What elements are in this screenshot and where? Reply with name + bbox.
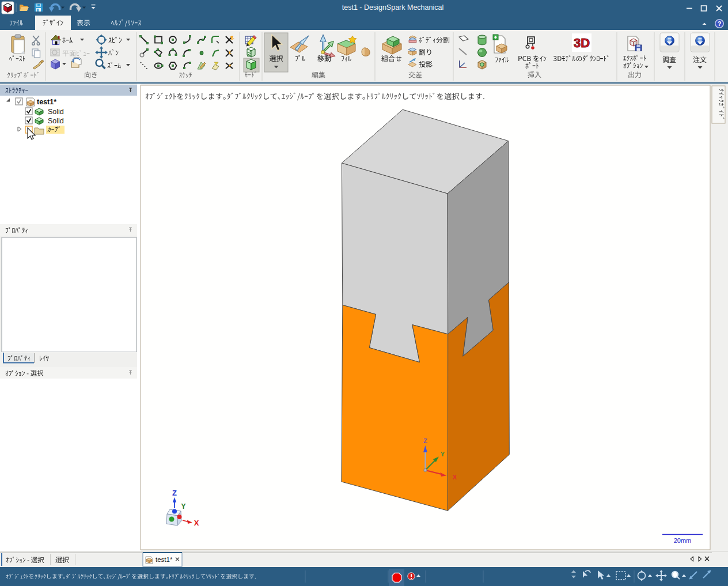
svg-text:test1*: test1*: [37, 98, 56, 106]
svg-text:Y: Y: [181, 502, 185, 511]
svg-text:20mm: 20mm: [674, 537, 692, 544]
svg-text:test1*: test1*: [156, 556, 173, 563]
svg-text:?: ?: [718, 20, 722, 27]
svg-text:Y: Y: [441, 451, 445, 458]
svg-text:Z: Z: [423, 437, 427, 444]
svg-text:X: X: [453, 474, 457, 481]
svg-text:3D: 3D: [574, 36, 590, 50]
svg-text:Solid: Solid: [48, 108, 64, 116]
svg-text:Z: Z: [172, 489, 177, 497]
svg-text:Solid: Solid: [48, 117, 64, 125]
svg-text:test1 - DesignSpark Mechanical: test1 - DesignSpark Mechanical: [342, 3, 443, 12]
svg-text:X: X: [194, 519, 199, 527]
